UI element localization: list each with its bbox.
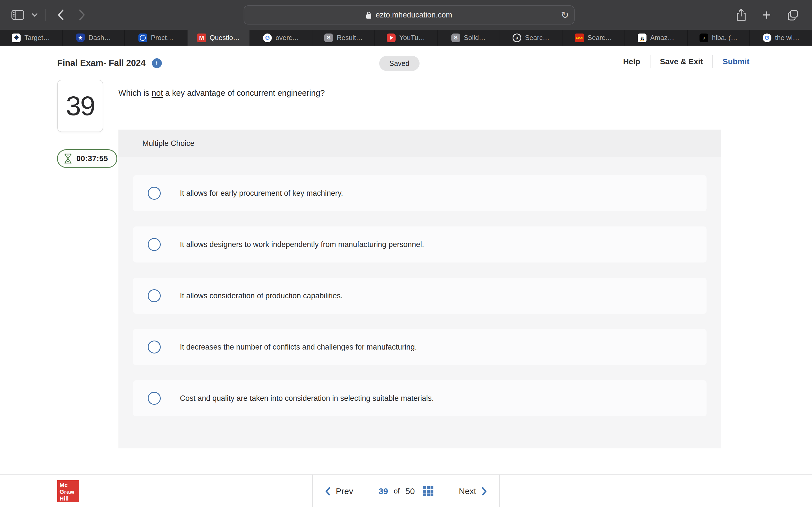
exam-page: Final Exam- Fall 2024 i Saved Help Save … — [0, 46, 812, 507]
saved-status-badge: Saved — [379, 56, 419, 71]
solidworks-icon: S — [451, 34, 460, 42]
tab-label: hiba. (… — [712, 34, 738, 42]
tab-the-wi[interactable]: G the wi… — [750, 30, 812, 46]
option-label: It decreases the number of conflicts and… — [180, 343, 417, 351]
question-pagination: Prev 39 of 50 Next — [312, 474, 500, 507]
amazon-icon: a — [638, 34, 647, 42]
next-label: Next — [459, 487, 476, 496]
radio-button[interactable] — [148, 238, 161, 251]
submit-button[interactable]: Submit — [723, 57, 749, 66]
reload-icon[interactable]: ↻ — [561, 10, 569, 20]
back-button-icon[interactable] — [57, 9, 64, 21]
tab-label: Solid… — [464, 34, 486, 42]
answer-option-row[interactable]: It decreases the number of conflicts and… — [133, 329, 707, 365]
exam-footer: Mc Graw Hill Prev 39 of 50 Next — [0, 474, 812, 507]
browser-toolbar: ezto.mheducation.com ↻ + — [0, 0, 812, 30]
tab-label: Proct… — [151, 34, 173, 42]
question-position: 39 of 50 — [366, 474, 446, 507]
question-text-emphasis: not — [152, 89, 163, 98]
prev-button[interactable]: Prev — [313, 474, 366, 507]
question-text: Which is not a key advantage of concurre… — [118, 89, 325, 98]
college-logo-icon — [139, 34, 147, 42]
option-label: Cost and quality are taken into consider… — [180, 394, 434, 403]
radio-button[interactable] — [148, 187, 161, 200]
option-label: It allows consideration of production ca… — [180, 291, 343, 300]
tab-label: Target… — [24, 34, 50, 42]
exam-header: Final Exam- Fall 2024 i Saved Help Save … — [0, 46, 812, 82]
youtube-icon — [387, 34, 396, 42]
tab-tiktok[interactable]: ♪ hiba. (… — [688, 30, 750, 46]
tab-search-1[interactable]: a Searc… — [500, 30, 563, 46]
address-bar[interactable]: ezto.mheducation.com ↻ — [244, 5, 574, 24]
sidebar-chevron-down-icon[interactable] — [32, 13, 38, 17]
tab-label: the wi… — [775, 34, 800, 42]
prev-label: Prev — [336, 487, 353, 496]
tab-results[interactable]: S Result… — [312, 30, 375, 46]
radio-button[interactable] — [148, 341, 161, 353]
tab-label: overc… — [275, 34, 299, 42]
current-question-number: 39 — [378, 487, 388, 496]
tab-label: Amaz… — [650, 34, 674, 42]
tab-label: Result… — [337, 34, 363, 42]
tab-solidworks[interactable]: S Solid… — [438, 30, 500, 46]
tab-question-active[interactable]: M Questio… — [188, 30, 250, 46]
next-button[interactable]: Next — [446, 474, 499, 507]
header-divider — [650, 55, 651, 68]
total-questions: 50 — [405, 487, 415, 496]
tab-bar: ✳ Target… ★ Dash… Proct… M Questio… G ov… — [0, 30, 812, 46]
circle-a-icon: a — [513, 34, 521, 42]
help-button[interactable]: Help — [623, 57, 640, 66]
section-label: Multiple Choice — [118, 129, 721, 157]
toolbar-separator — [45, 9, 46, 21]
sidebar-toggle-icon[interactable] — [11, 10, 24, 20]
lock-icon — [366, 11, 371, 19]
tab-target[interactable]: ✳ Target… — [0, 30, 63, 46]
tab-overcoming[interactable]: G overc… — [250, 30, 313, 46]
tab-search-lego[interactable]: LEGO Searc… — [562, 30, 625, 46]
tab-proctorio[interactable]: Proct… — [125, 30, 188, 46]
question-map-grid-icon[interactable] — [423, 486, 434, 496]
header-divider — [712, 55, 713, 68]
of-label: of — [394, 487, 400, 496]
save-exit-button[interactable]: Save & Exit — [660, 57, 703, 66]
chevron-right-icon — [482, 487, 487, 496]
option-label: It allows designers to work independentl… — [180, 240, 424, 249]
answer-option-row[interactable]: Cost and quality are taken into consider… — [133, 380, 707, 416]
page-title: Final Exam- Fall 2024 i — [57, 58, 162, 68]
mcgraw-hill-icon: M — [197, 34, 206, 42]
tab-overview-icon[interactable] — [787, 9, 799, 20]
tab-label: Searc… — [588, 34, 612, 42]
tab-amazon[interactable]: a Amaz… — [625, 30, 688, 46]
google-icon: G — [763, 34, 771, 42]
brand-line: Graw — [59, 489, 79, 495]
url-text: ezto.mheducation.com — [375, 11, 452, 19]
info-icon[interactable]: i — [152, 58, 162, 68]
tab-label: YouTu… — [399, 34, 425, 42]
question-number-card: 39 — [57, 80, 103, 132]
mcgraw-hill-logo: Mc Graw Hill — [57, 480, 79, 502]
exam-title-text: Final Exam- Fall 2024 — [57, 58, 146, 68]
tab-dashboard[interactable]: ★ Dash… — [63, 30, 125, 46]
forward-button-icon[interactable] — [79, 9, 86, 21]
tab-youtube[interactable]: YouTu… — [375, 30, 438, 46]
tab-label: Dash… — [89, 34, 111, 42]
option-label: It allows for early procurement of key m… — [180, 189, 343, 198]
share-icon[interactable] — [737, 9, 746, 21]
timer-value: 00:37:55 — [77, 154, 108, 163]
tab-label: Questio… — [210, 34, 240, 42]
hourglass-icon — [64, 153, 72, 164]
google-icon: G — [263, 34, 272, 42]
answer-option-row[interactable]: It allows for early procurement of key m… — [133, 175, 707, 211]
timer-badge: 00:37:55 — [57, 149, 117, 168]
question-number: 39 — [66, 90, 95, 122]
brand-line: Hill — [59, 495, 79, 502]
radio-button[interactable] — [148, 392, 161, 405]
answer-option-row[interactable]: It allows designers to work independentl… — [133, 226, 707, 263]
new-tab-icon[interactable]: + — [762, 8, 771, 22]
chevron-left-icon — [325, 487, 330, 496]
multiple-choice-panel: Multiple Choice It allows for early proc… — [118, 129, 721, 448]
tab-label: Searc… — [525, 34, 550, 42]
answer-option-row[interactable]: It allows consideration of production ca… — [133, 278, 707, 314]
radio-button[interactable] — [148, 289, 161, 302]
solidworks-icon: S — [324, 34, 333, 42]
